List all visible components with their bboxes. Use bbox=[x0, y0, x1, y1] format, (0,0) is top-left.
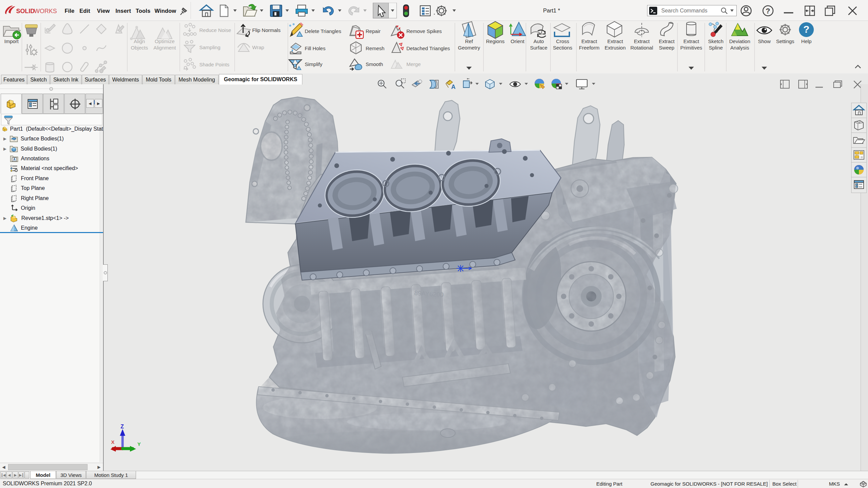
svg-text:?: ? bbox=[803, 24, 809, 35]
svg-text:?: ? bbox=[766, 7, 770, 15]
svg-text:A: A bbox=[13, 158, 16, 161]
svg-text:Z: Z bbox=[121, 424, 124, 429]
svg-text:X: X bbox=[111, 439, 115, 445]
svg-text:SOLID: SOLID bbox=[16, 8, 35, 14]
svg-text:Y: Y bbox=[137, 441, 141, 447]
svg-text:WORKS: WORKS bbox=[34, 8, 57, 14]
svg-text:A: A bbox=[451, 84, 456, 90]
